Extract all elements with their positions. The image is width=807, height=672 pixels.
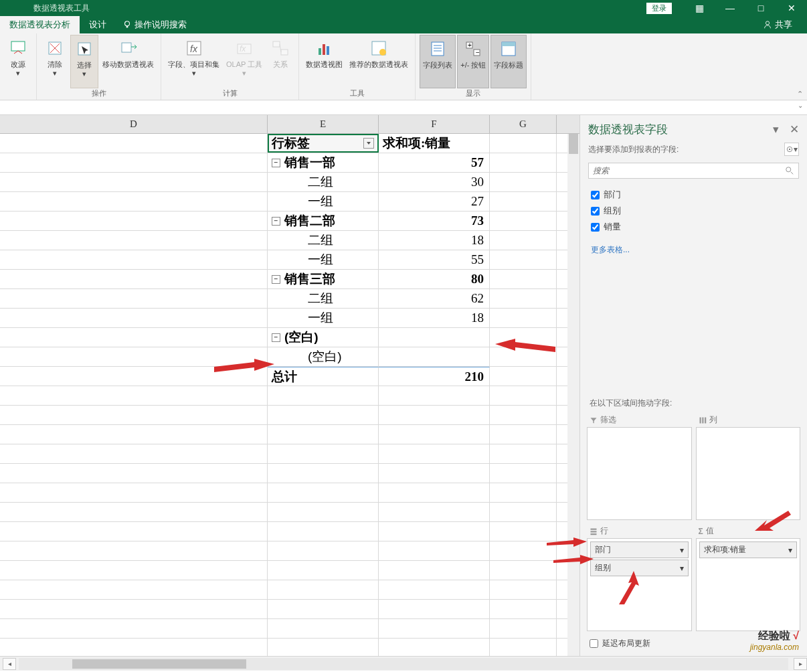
pivot-value-cell[interactable]: 73 <box>379 212 490 230</box>
scroll-right-button[interactable]: ▸ <box>794 658 807 670</box>
tell-me-search[interactable]: 操作说明搜索 <box>116 16 193 33</box>
lightbulb-icon <box>122 20 132 29</box>
svg-point-20 <box>379 49 386 56</box>
formula-bar-expand[interactable]: ⌄ <box>798 102 803 109</box>
svg-text:fx: fx <box>240 44 246 54</box>
svg-point-2 <box>766 21 769 25</box>
collapse-button[interactable]: − <box>272 217 280 226</box>
horizontal-scrollbar[interactable]: ◂ ▸ <box>0 656 807 671</box>
col-header-D[interactable]: D <box>0 115 268 133</box>
pivot-row[interactable]: 二组 <box>268 173 379 191</box>
field-pane-close-button[interactable]: ✕ <box>790 122 799 137</box>
pivot-value-cell[interactable]: 57 <box>379 153 490 172</box>
pivot-value-cell[interactable] <box>379 328 490 347</box>
tab-pivot-analyze[interactable]: 数据透视表分析 <box>0 16 80 33</box>
hscroll-thumb[interactable] <box>72 659 246 669</box>
chip-dropdown[interactable]: ▾ <box>680 545 684 555</box>
col-header-E[interactable]: E <box>268 115 379 133</box>
filter-icon <box>590 416 598 424</box>
pivot-row[interactable]: 一组 <box>268 250 379 269</box>
area-values[interactable]: Σ值 求和项:销量▾ <box>696 524 801 631</box>
pivot-value-cell[interactable] <box>379 347 490 366</box>
col-header-G[interactable]: G <box>490 115 557 133</box>
field-checkbox-item[interactable]: 销量 <box>591 219 796 235</box>
minimize-button[interactable]: — <box>715 3 745 13</box>
pivot-row[interactable]: −销售三部 <box>268 270 379 288</box>
chip-dropdown[interactable]: ▾ <box>788 545 792 555</box>
worksheet-area[interactable]: D E F G 行标签求和项:销量−销售一部57二组30一组27−销售二部73二… <box>0 115 579 656</box>
field-checkbox-item[interactable]: 组别 <box>591 203 796 219</box>
recommended-pivot-button[interactable]: 推荐的数据透视表 <box>347 35 411 88</box>
pivot-row[interactable]: −销售二部 <box>268 212 379 230</box>
tab-design[interactable]: 设计 <box>80 16 116 33</box>
olap-icon: fx <box>235 39 254 58</box>
pivot-grand-total-label[interactable]: 总计 <box>268 367 379 386</box>
pivot-row[interactable]: −(空白) <box>268 328 379 347</box>
fields-items-sets-button[interactable]: fx 字段、项目和集▾ <box>165 35 222 88</box>
row-label-dropdown[interactable] <box>363 138 374 149</box>
collapse-button[interactable]: − <box>272 159 280 167</box>
login-button[interactable]: 登录 <box>646 3 672 14</box>
relationships-button: 关系 <box>266 35 294 88</box>
field-search-input[interactable] <box>593 166 785 175</box>
scroll-left-button[interactable]: ◂ <box>3 658 16 670</box>
ribbon-options-button[interactable]: ▦ <box>684 3 715 13</box>
svg-rect-43 <box>591 533 597 535</box>
pivot-row[interactable]: 一组 <box>268 192 379 211</box>
pivot-value-cell[interactable]: 18 <box>379 309 490 327</box>
field-checkbox-item[interactable]: 部门 <box>591 187 796 203</box>
vertical-scrollbar[interactable] <box>567 134 579 656</box>
move-icon <box>119 39 138 58</box>
field-search-box[interactable] <box>588 163 799 179</box>
chip-dropdown[interactable]: ▾ <box>680 564 684 573</box>
pivot-row[interactable]: −销售一部 <box>268 153 379 172</box>
gear-icon <box>786 145 794 153</box>
pivot-row[interactable]: (空白) <box>268 347 379 366</box>
area-filter[interactable]: 筛选 <box>587 413 692 520</box>
pivot-table-grid: 行标签求和项:销量−销售一部57二组30一组27−销售二部73二组18一组55−… <box>0 134 579 656</box>
move-pivot-button[interactable]: 移动数据透视表 <box>100 35 157 88</box>
pivot-row[interactable]: 二组 <box>268 231 379 250</box>
pivot-value-cell[interactable]: 80 <box>379 270 490 288</box>
close-button[interactable]: ✕ <box>776 3 807 13</box>
collapse-button[interactable]: − <box>272 275 280 284</box>
field-pane-settings-button[interactable]: ▾ <box>784 143 799 156</box>
pivot-row[interactable]: 二组 <box>268 289 379 308</box>
pivot-chart-button[interactable]: 数据透视图 <box>303 35 345 88</box>
area-rows[interactable]: 行 部门▾组别▾ <box>587 524 692 631</box>
pivot-value-cell[interactable]: 27 <box>379 192 490 211</box>
pivot-row-label-header[interactable]: 行标签 <box>268 134 379 153</box>
field-checkbox[interactable] <box>591 223 600 232</box>
select-button[interactable]: 选择▾ <box>70 35 98 88</box>
change-data-source-button[interactable]: 改源▾ <box>4 35 32 90</box>
field-headers-toggle[interactable]: 字段标题 <box>490 35 527 88</box>
pivot-value-cell[interactable]: 30 <box>379 173 490 191</box>
field-checkbox[interactable] <box>591 191 600 199</box>
area-field-chip[interactable]: 求和项:销量▾ <box>699 541 798 558</box>
defer-layout-checkbox[interactable] <box>590 639 598 648</box>
svg-line-36 <box>791 172 794 175</box>
collapse-button[interactable]: − <box>272 333 280 342</box>
pivot-value-cell[interactable]: 62 <box>379 289 490 308</box>
maximize-button[interactable]: □ <box>745 3 776 13</box>
svg-rect-1 <box>126 26 128 28</box>
area-field-chip[interactable]: 组别▾ <box>590 560 689 576</box>
title-bar: 数据透视表工具 登录 ▦ — □ ✕ <box>0 0 807 16</box>
pivot-value-cell[interactable]: 18 <box>379 231 490 250</box>
col-header-F[interactable]: F <box>379 115 490 133</box>
pivot-value-header[interactable]: 求和项:销量 <box>379 134 490 153</box>
pivot-value-cell[interactable]: 55 <box>379 250 490 269</box>
area-field-chip[interactable]: 部门▾ <box>590 541 689 558</box>
more-tables-link[interactable]: 更多表格... <box>580 240 807 260</box>
recommended-icon <box>369 39 388 58</box>
pivot-grand-total-value[interactable]: 210 <box>379 367 490 386</box>
field-list-toggle[interactable]: 字段列表 <box>420 35 456 88</box>
collapse-ribbon-button[interactable]: ⌃ <box>797 90 803 98</box>
field-pane-menu-button[interactable]: ▾ <box>773 122 779 137</box>
pivot-row[interactable]: 一组 <box>268 309 379 327</box>
share-button[interactable]: 共享 <box>757 16 798 33</box>
field-checkbox[interactable] <box>591 207 600 216</box>
area-columns[interactable]: 列 <box>696 413 801 520</box>
clear-button[interactable]: 清除▾ <box>41 35 69 88</box>
plus-minus-buttons-toggle[interactable]: +− +/- 按钮 <box>457 35 489 88</box>
